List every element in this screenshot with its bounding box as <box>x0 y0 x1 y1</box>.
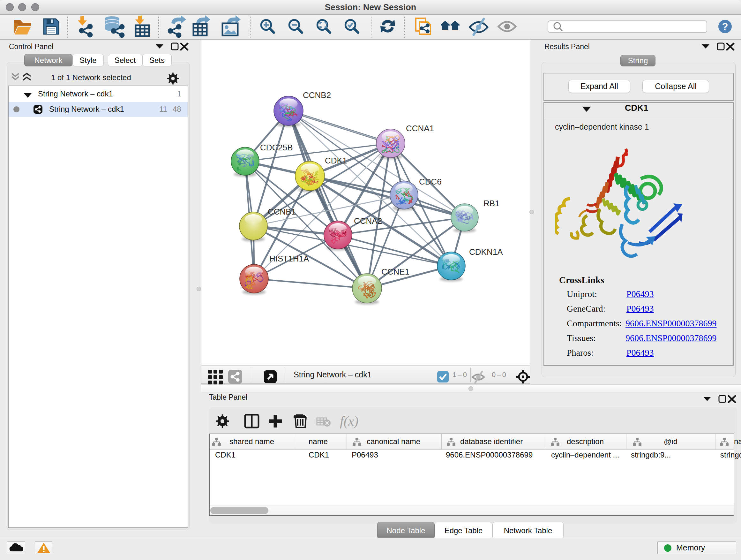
svg-text:f(x): f(x) <box>340 414 358 429</box>
svg-text:CDC6: CDC6 <box>419 177 442 186</box>
svg-text:?: ? <box>722 21 728 32</box>
svg-text:CCNE1: CCNE1 <box>381 267 409 276</box>
svg-text:CDC25B: CDC25B <box>260 143 293 152</box>
svg-text:CCNB1: CCNB1 <box>268 207 296 216</box>
svg-text:HIST1H1A: HIST1H1A <box>269 254 309 263</box>
svg-text:RB1: RB1 <box>483 199 500 208</box>
svg-text:CCNB2: CCNB2 <box>303 90 331 100</box>
svg-text:CDKN1A: CDKN1A <box>469 247 503 257</box>
svg-text:CCNA1: CCNA1 <box>406 124 434 133</box>
svg-text:CDK1: CDK1 <box>325 156 347 165</box>
svg-text:CCNA2: CCNA2 <box>354 216 382 226</box>
